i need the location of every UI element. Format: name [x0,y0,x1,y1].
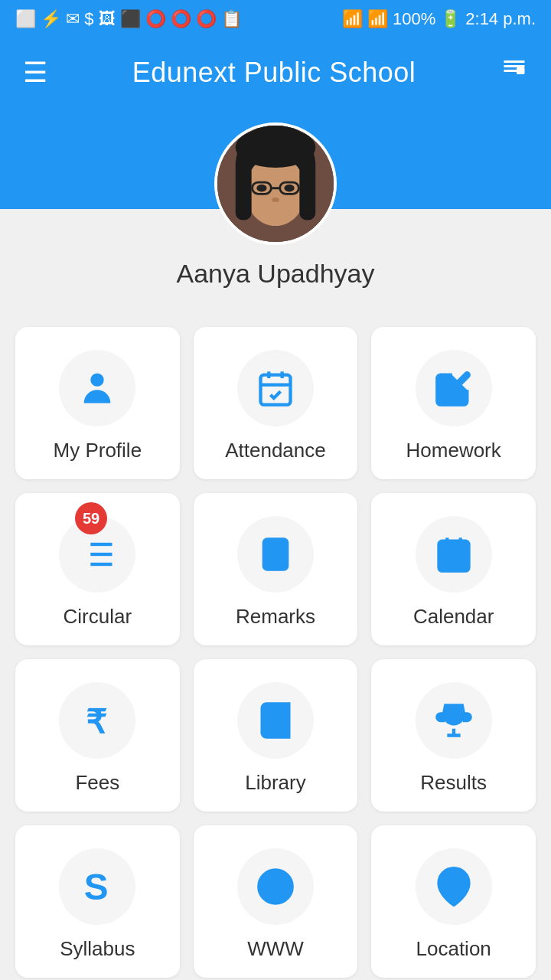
icon-circle-remarks [237,516,314,593]
menu-item-circular[interactable]: 59 Circular [15,493,180,645]
menu-item-homework[interactable]: Homework [371,327,536,479]
status-icons: ⬜ ⚡ ✉ $ 🖼 ⬛ ⭕ ⭕ ⭕ 📋 [15,9,242,29]
svg-rect-31 [439,541,468,571]
list-view-icon[interactable] [500,56,528,90]
svg-rect-37 [445,563,451,568]
menu-item-results[interactable]: Results [371,659,536,812]
menu-item-library[interactable]: Library [194,659,358,812]
icon-circle-library [237,682,314,759]
menu-item-remarks[interactable]: Remarks [194,493,358,645]
icon-circle-syllabus: S [59,848,135,925]
icon-circle-results [416,682,492,759]
svg-point-10 [256,185,266,192]
hamburger-menu-icon[interactable]: ☰ [23,57,47,89]
svg-rect-38 [457,563,462,568]
avatar [214,122,337,245]
svg-rect-17 [260,375,290,405]
menu-item-www[interactable]: WWW [194,825,358,978]
icon-circle-my-profile [59,350,135,426]
icon-circle-attendance [237,350,314,426]
svg-rect-13 [236,162,252,220]
menu-item-label-fees: Fees [75,771,119,795]
badge-circular: 59 [75,502,107,534]
menu-item-label-syllabus: Syllabus [60,937,135,961]
icon-circle-fees: ₹ [59,682,135,759]
menu-item-location[interactable]: Location [371,825,536,978]
status-bar: ⬜ ⚡ ✉ $ 🖼 ⬛ ⭕ ⭕ ⭕ 📋 📶 📶 100% 🔋 2:14 p.m. [0,0,551,38]
app-header: ☰ Edunext Public School [0,38,551,107]
svg-rect-0 [504,60,524,63]
icon-circle-homework [416,350,492,426]
menu-item-label-circular: Circular [64,605,132,629]
menu-item-label-calendar: Calendar [413,605,494,629]
menu-item-fees[interactable]: ₹ Fees [15,659,180,812]
menu-item-label-my-profile: My Profile [54,439,142,462]
menu-grid: My Profile Attendance Homework 59 Circul… [0,312,551,980]
svg-point-12 [272,198,279,202]
menu-item-calendar[interactable]: Calendar [371,493,536,645]
svg-point-11 [284,185,294,192]
menu-item-label-location: Location [416,937,491,961]
svg-rect-35 [445,556,451,561]
menu-item-label-homework: Homework [406,439,501,462]
icon-circle-calendar [416,516,492,593]
svg-rect-3 [517,67,525,74]
menu-item-my-profile[interactable]: My Profile [15,327,180,479]
time-display: 2:14 p.m. [465,9,536,29]
wifi-icon: 📶 [342,9,363,29]
svg-point-15 [236,127,316,168]
avatar-image [217,126,334,242]
menu-item-attendance[interactable]: Attendance [194,327,358,479]
menu-item-syllabus[interactable]: S Syllabus [15,825,180,978]
battery-icon: 🔋 [440,9,461,29]
signal-icon: 📶 [367,9,388,29]
icon-circle-www [237,848,314,925]
status-right: 📶 📶 100% 🔋 2:14 p.m. [342,9,536,29]
user-name: Aanya Upadhyay [177,259,375,289]
svg-rect-14 [299,162,315,220]
icon-circle-location [416,848,492,925]
menu-item-label-remarks: Remarks [236,605,315,629]
menu-item-label-attendance: Attendance [225,439,326,462]
menu-item-label-results: Results [420,771,487,795]
svg-rect-1 [504,65,524,67]
menu-item-label-www: WWW [247,937,304,961]
app-title: Edunext Public School [132,57,416,89]
status-left: ⬜ ⚡ ✉ $ 🖼 ⬛ ⭕ ⭕ ⭕ 📋 [15,9,242,29]
battery-percent: 100% [393,9,435,29]
svg-text:S: S [84,867,109,906]
menu-item-label-library: Library [245,771,305,795]
svg-text:₹: ₹ [86,704,107,740]
svg-point-46 [448,878,458,888]
svg-rect-36 [457,556,462,561]
profile-section: Aanya Upadhyay [0,107,551,312]
svg-point-16 [91,374,104,387]
